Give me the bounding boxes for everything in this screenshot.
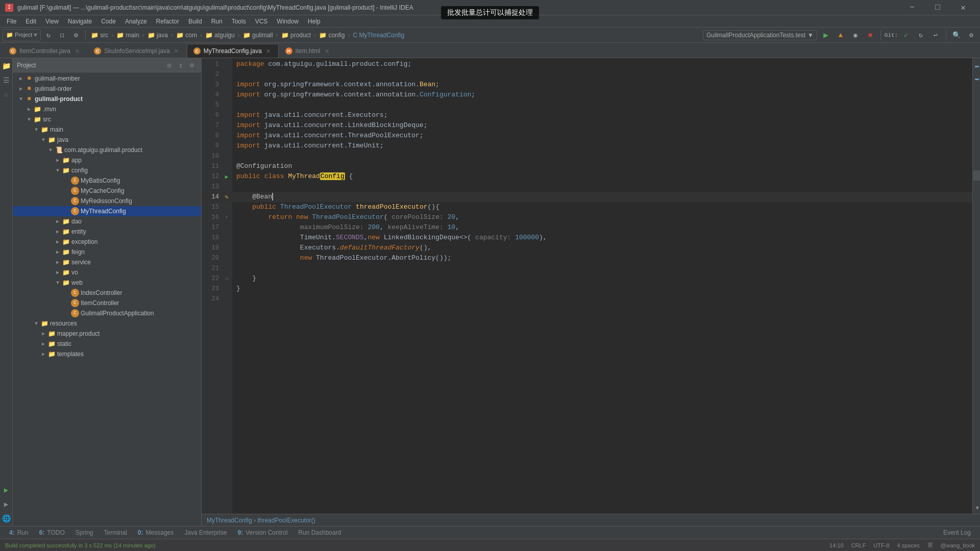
menu-file[interactable]: File <box>3 17 20 26</box>
status-encoding[interactable]: UTF-8 <box>873 542 889 548</box>
maximize-button[interactable]: □ <box>926 0 949 15</box>
tree-item-mybatisconfig[interactable]: C MyBatisConfig <box>13 176 201 186</box>
bottom-tab-spring[interactable]: Spring <box>71 528 97 538</box>
menu-vcs[interactable]: VCS <box>251 17 272 26</box>
menu-help[interactable]: Help <box>304 17 325 26</box>
breadcrumb-atguigu[interactable]: 📁 atguigu <box>203 31 237 40</box>
menu-analyze[interactable]: Analyze <box>121 17 151 26</box>
tree-item-gulimallproductapplication[interactable]: C GulimallProductApplication <box>13 308 201 318</box>
structure-side-icon[interactable]: ☰ <box>1 75 11 85</box>
tab-mythreadconfig[interactable]: C MyThreadConfig.java ✕ <box>187 44 279 58</box>
run-button[interactable]: ▶ <box>820 29 832 41</box>
tree-item-resources[interactable]: ▼ 📁 resources <box>13 318 201 329</box>
git-check-icon[interactable]: ✓ <box>900 29 912 41</box>
menu-view[interactable]: View <box>41 17 63 26</box>
tree-item-indexcontroller[interactable]: C IndexController <box>13 288 201 298</box>
todo-side-icon[interactable]: ▶ <box>1 499 11 509</box>
tab-close-skuinfoserviceimpl[interactable]: ✕ <box>173 47 180 55</box>
panel-locate-icon[interactable]: ◎ <box>164 60 175 70</box>
window-controls[interactable]: − □ ✕ <box>900 0 975 15</box>
tree-item-dao[interactable]: ▶ 📁 dao <box>13 216 201 227</box>
menu-window[interactable]: Window <box>273 17 303 26</box>
tree-item-itemcontroller[interactable]: C ItemController <box>13 298 201 308</box>
menu-run[interactable]: Run <box>207 17 227 26</box>
git-refresh-icon[interactable]: ↻ <box>915 29 927 41</box>
status-linesep[interactable]: CRLF <box>851 542 866 548</box>
breadcrumb-config[interactable]: 📁 config <box>317 31 347 40</box>
code-content[interactable]: package com.atguigu.gulimall.product.con… <box>232 58 972 514</box>
tab-skuinfoserviceimpl[interactable]: C SkuInfoServiceImpl.java ✕ <box>87 44 187 58</box>
breadcrumb-com[interactable]: 📁 com <box>174 31 199 40</box>
code-editor[interactable]: 1 2 3 4 5 <box>202 58 980 526</box>
tree-item-templates[interactable]: ▶ 📁 templates <box>13 349 201 359</box>
sync-icon[interactable]: ↻ <box>42 29 55 41</box>
tab-itemcontroller[interactable]: C ItemController.java ✕ <box>3 44 87 58</box>
tree-item-gulimall-member[interactable]: ▶ ■ gulimall-member <box>13 73 201 84</box>
menu-code[interactable]: Code <box>97 17 120 26</box>
tab-itemhtml[interactable]: H item.html ✕ <box>279 44 337 58</box>
tree-item-main[interactable]: ▼ 📁 main <box>13 124 201 135</box>
project-side-icon[interactable]: 📁 <box>1 61 11 71</box>
tree-item-static[interactable]: ▶ 📁 static <box>13 339 201 349</box>
scroll-bottom-icon[interactable]: ▼ <box>975 505 979 511</box>
menu-tools[interactable]: Tools <box>228 17 250 26</box>
status-user[interactable]: @wang_book <box>941 542 975 548</box>
menu-refactor[interactable]: Refactor <box>152 17 183 26</box>
breadcrumb-product[interactable]: 📁 product <box>279 31 313 40</box>
bottom-tab-event-log[interactable]: Event Log <box>939 528 975 538</box>
favorites-side-icon[interactable]: ☆ <box>1 89 11 99</box>
status-position[interactable]: 14:10 <box>829 542 844 548</box>
settings-gear-icon[interactable]: ⚙ <box>965 29 977 41</box>
menu-edit[interactable]: Edit <box>21 17 40 26</box>
tab-close-itemhtml[interactable]: ✕ <box>324 47 331 55</box>
tab-close-mythreadconfig[interactable]: ✕ <box>265 47 272 55</box>
tree-item-package[interactable]: ▼ 📜 com.atguigu.gulimall.product <box>13 145 201 155</box>
tree-item-gulimall-order[interactable]: ▶ ■ gulimall-order <box>13 84 201 94</box>
bottom-tab-run[interactable]: 4: Run <box>5 528 33 538</box>
project-dropdown-button[interactable]: 📁 Project ▼ <box>3 29 41 41</box>
footer-method-link[interactable]: threadPoolExecutor() <box>257 517 315 524</box>
git-icon[interactable]: Git: <box>885 29 897 41</box>
tree-item-gulimall-product[interactable]: ▼ ■ gulimall-product <box>13 94 201 104</box>
status-lang[interactable]: 英 <box>927 541 933 549</box>
scroll-indicator[interactable] <box>972 170 980 181</box>
tree-item-src[interactable]: ▼ 📁 src <box>13 114 201 124</box>
tree-item-mvn[interactable]: ▶ 📁 .mvn <box>13 104 201 114</box>
bottom-tab-java-enterprise[interactable]: Java Enterprise <box>180 528 231 538</box>
panel-settings-icon[interactable]: ⚙ <box>187 60 197 70</box>
tree-item-myredissonconfig[interactable]: C MyRedissonConfig <box>13 196 201 206</box>
bottom-tab-version-control[interactable]: 9: Version Control <box>234 528 292 538</box>
bottom-tab-messages[interactable]: 0: Messages <box>134 528 178 538</box>
stop-button[interactable]: ■ <box>864 29 876 41</box>
menu-build[interactable]: Build <box>184 17 206 26</box>
tree-item-exception[interactable]: ▶ 📁 exception <box>13 237 201 247</box>
tree-item-feign[interactable]: ▶ 📁 feign <box>13 247 201 257</box>
tree-item-entity[interactable]: ▶ 📁 entity <box>13 227 201 237</box>
tree-item-mythreadconfig[interactable]: C MyThreadConfig <box>13 206 201 216</box>
web-side-icon[interactable]: 🌐 <box>1 513 11 523</box>
menu-navigate[interactable]: Navigate <box>64 17 96 26</box>
tree-item-java[interactable]: ▼ 📁 java <box>13 135 201 145</box>
debug-button[interactable]: ▲ <box>835 29 847 41</box>
bottom-tab-run-dashboard[interactable]: Run Dashboard <box>294 528 345 538</box>
tree-item-config[interactable]: ▼ 📁 config <box>13 165 201 176</box>
bottom-tab-todo[interactable]: 6: TODO <box>35 528 69 538</box>
collapse-icon[interactable]: ◻ <box>56 29 68 41</box>
breadcrumb-gulimall[interactable]: 📁 gulimall <box>241 31 275 40</box>
tree-item-mapper[interactable]: ▶ 📁 mapper.product <box>13 329 201 339</box>
bottom-tab-terminal[interactable]: Terminal <box>100 528 131 538</box>
breadcrumb-main[interactable]: 📁 main <box>114 31 141 40</box>
minimize-button[interactable]: − <box>900 0 924 15</box>
breadcrumb-src[interactable]: 📁 src <box>89 31 110 40</box>
git-undo-icon[interactable]: ↩ <box>929 29 942 41</box>
footer-class-link[interactable]: MyThreadConfig <box>207 517 252 524</box>
tab-close-itemcontroller[interactable]: ✕ <box>74 47 81 55</box>
tree-item-service[interactable]: ▶ 📁 service <box>13 257 201 267</box>
tree-item-mycacheconfig[interactable]: C MyCacheConfig <box>13 186 201 196</box>
breadcrumb-java[interactable]: 📁 java <box>145 31 170 40</box>
tree-item-vo[interactable]: ▶ 📁 vo <box>13 267 201 278</box>
settings-icon[interactable]: ⚙ <box>70 29 82 41</box>
close-button[interactable]: ✕ <box>951 0 975 15</box>
status-indent[interactable]: 4 spaces <box>897 542 920 548</box>
coverage-button[interactable]: ◉ <box>849 29 862 41</box>
